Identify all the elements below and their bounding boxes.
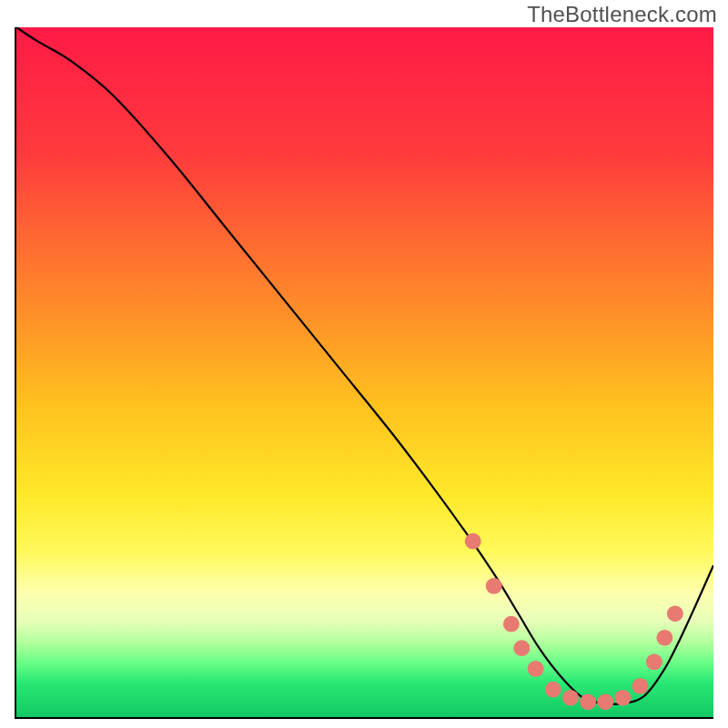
chart-plot-area xyxy=(15,27,713,719)
highlight-dot xyxy=(614,690,631,706)
bottleneck-curve-layer xyxy=(16,27,713,717)
highlight-dot xyxy=(667,605,683,622)
highlight-dots-group xyxy=(465,533,683,710)
highlight-dot xyxy=(503,616,520,632)
highlight-dot xyxy=(528,661,544,677)
highlight-dot xyxy=(545,682,561,698)
highlight-dot xyxy=(597,693,613,710)
highlight-dot xyxy=(656,630,672,646)
highlight-dot xyxy=(486,578,502,594)
highlight-dot xyxy=(632,678,649,694)
bottleneck-curve xyxy=(16,27,713,704)
highlight-dot xyxy=(465,533,481,550)
highlight-dot xyxy=(513,640,530,656)
highlight-dot xyxy=(646,653,662,670)
highlight-dot xyxy=(562,690,579,706)
highlight-dot xyxy=(580,693,596,710)
watermark-text: TheBottleneck.com xyxy=(527,2,717,27)
